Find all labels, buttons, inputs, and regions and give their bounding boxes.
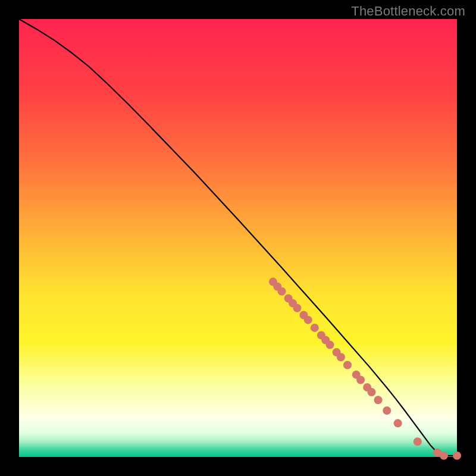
data-point (367, 388, 375, 396)
data-point (414, 437, 422, 446)
plot-background (19, 19, 457, 457)
data-point (278, 287, 286, 296)
attribution-label: TheBottleneck.com (351, 4, 465, 19)
data-point (337, 353, 345, 361)
chart-svg (0, 0, 476, 476)
data-point (343, 361, 352, 369)
data-point (311, 324, 319, 332)
data-point (394, 419, 402, 427)
data-point (326, 341, 334, 349)
data-point (356, 375, 365, 384)
chart-stage: TheBottleneck.com (0, 0, 476, 476)
data-point (304, 316, 312, 324)
data-point (440, 452, 448, 460)
data-point (383, 406, 391, 415)
data-point (293, 304, 301, 312)
data-point (374, 396, 383, 404)
data-point (453, 452, 461, 460)
